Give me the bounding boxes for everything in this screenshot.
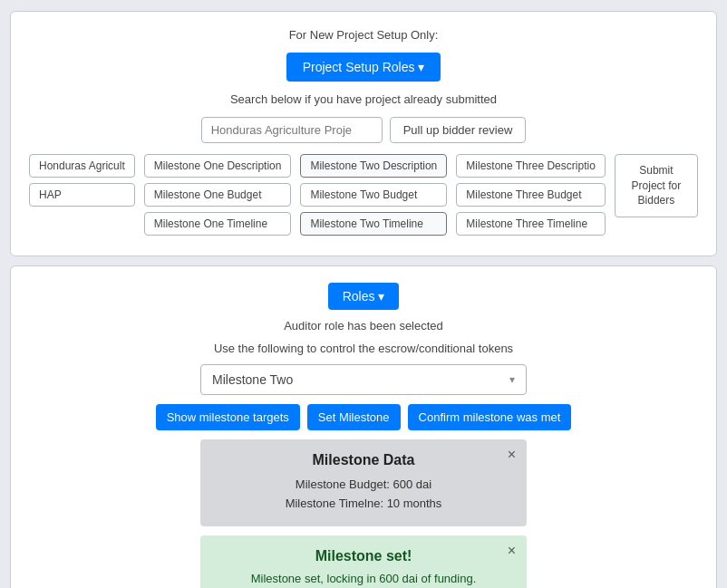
milestone-data-card: × Milestone Data Milestone Budget: 600 d…: [200, 439, 527, 526]
milestone-set-title: Milestone set!: [217, 548, 510, 564]
tag-milestone-three-timeline: Milestone Three Timeline: [456, 212, 606, 236]
tag-milestone-two-desc: Milestone Two Description: [300, 154, 447, 178]
chevron-down-icon: ▾: [509, 373, 515, 386]
search-row: Pull up bidder review: [201, 117, 527, 143]
milestone-set-body: Milestone set, locking in 600 dai of fun…: [217, 572, 510, 585]
tag-milestone-three-desc: Milestone Three Descriptio: [456, 154, 606, 178]
pull-up-bidder-review-button[interactable]: Pull up bidder review: [390, 117, 527, 143]
search-label: Search below if you have project already…: [230, 92, 497, 106]
tag-milestone-one-desc: Milestone One Description: [144, 154, 292, 178]
tag-hap: HAP: [29, 183, 135, 207]
milestone-set-close-button[interactable]: ×: [508, 543, 516, 559]
tag-milestone-one-timeline: Milestone One Timeline: [144, 212, 292, 236]
project-setup-button[interactable]: Project Setup Roles ▾: [286, 53, 441, 82]
top-section: For New Project Setup Only: Project Setu…: [10, 11, 717, 256]
search-input[interactable]: [201, 117, 383, 143]
for-new-label: For New Project Setup Only:: [289, 28, 439, 42]
show-milestone-targets-button[interactable]: Show milestone targets: [156, 404, 300, 430]
submit-project-button[interactable]: Submit Project for Bidders: [615, 154, 698, 217]
bottom-section: Roles ▾ Auditor role has been selected U…: [10, 265, 717, 588]
milestone-budget-line: Milestone Budget: 600 dai: [217, 476, 510, 495]
milestone-selected-value: Milestone Two: [212, 372, 293, 387]
milestone-data-body: Milestone Budget: 600 dai Milestone Time…: [217, 476, 510, 514]
milestone-set-card: × Milestone set! Milestone set, locking …: [200, 535, 527, 588]
tag-milestone-three-budget: Milestone Three Budget: [456, 183, 606, 207]
milestone-data-close-button[interactable]: ×: [508, 447, 516, 463]
use-following-label: Use the following to control the escrow/…: [214, 342, 513, 355]
auditor-label: Auditor role has been selected: [284, 319, 443, 333]
confirm-milestone-button[interactable]: Confirm milestone was met: [408, 404, 572, 430]
roles-button[interactable]: Roles ▾: [328, 283, 400, 310]
milestone-dropdown[interactable]: Milestone Two ▾: [200, 364, 527, 395]
tag-milestone-two-budget: Milestone Two Budget: [300, 183, 447, 207]
tag-honduras-agricult: Honduras Agricult: [29, 154, 135, 178]
tag-milestone-two-timeline: Milestone Two Timeline: [300, 212, 447, 236]
tag-milestone-one-budget: Milestone One Budget: [144, 183, 292, 207]
set-milestone-button[interactable]: Set Milestone: [307, 404, 401, 430]
milestone-timeline-line: Milestone Timelne: 10 months: [217, 495, 510, 514]
milestone-data-title: Milestone Data: [217, 452, 510, 468]
action-buttons: Show milestone targets Set Milestone Con…: [156, 404, 572, 430]
